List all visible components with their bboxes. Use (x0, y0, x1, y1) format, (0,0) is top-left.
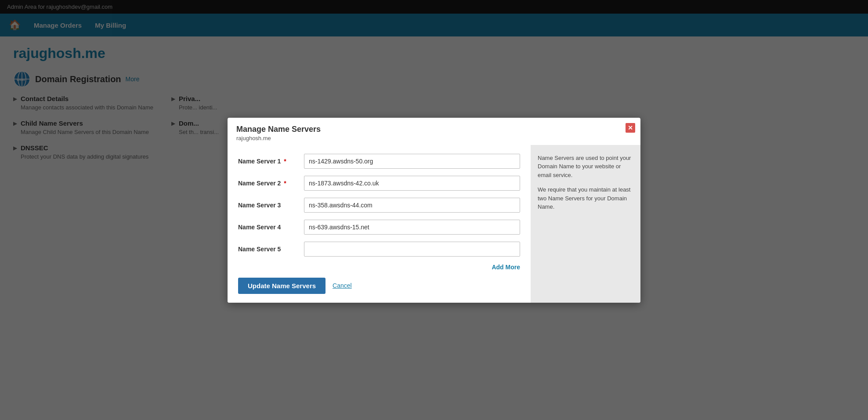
nameserver-1-label: Name Server 1 * (238, 158, 304, 165)
add-more-link-container: Add More (238, 264, 520, 271)
nameserver-5-input[interactable] (304, 242, 520, 257)
modal-overlay: Manage Name Servers rajughosh.me ✕ Name … (0, 0, 868, 420)
required-star: * (282, 180, 286, 187)
nameserver-4-row: Name Server 4 (238, 220, 520, 235)
modal-title: Manage Name Servers (236, 125, 632, 134)
modal-sidebar: Name Servers are used to point your Doma… (531, 145, 640, 303)
sidebar-text-2: We require that you maintain at least tw… (538, 185, 633, 211)
modal-body: Name Server 1 * Name Server 2 * Name Ser… (228, 145, 640, 303)
nameserver-2-input[interactable] (304, 176, 520, 191)
update-nameservers-button[interactable]: Update Name Servers (238, 278, 326, 294)
add-more-link[interactable]: Add More (492, 264, 520, 271)
nameserver-5-label: Name Server 5 (238, 246, 304, 253)
cancel-button[interactable]: Cancel (333, 282, 352, 289)
required-star: * (282, 158, 286, 165)
nameserver-2-label: Name Server 2 * (238, 180, 304, 187)
manage-nameservers-modal: Manage Name Servers rajughosh.me ✕ Name … (228, 118, 640, 303)
modal-close-button[interactable]: ✕ (626, 123, 635, 133)
nameserver-3-row: Name Server 3 (238, 198, 520, 213)
modal-header: Manage Name Servers rajughosh.me ✕ (228, 118, 640, 145)
nameserver-3-input[interactable] (304, 198, 520, 213)
nameserver-4-label: Name Server 4 (238, 224, 304, 231)
nameserver-2-row: Name Server 2 * (238, 176, 520, 191)
nameserver-3-label: Name Server 3 (238, 202, 304, 209)
nameserver-1-input[interactable] (304, 154, 520, 169)
nameserver-5-row: Name Server 5 (238, 242, 520, 257)
modal-footer: Update Name Servers Cancel (238, 278, 520, 294)
sidebar-text-1: Name Servers are used to point your Doma… (538, 154, 633, 180)
nameserver-1-row: Name Server 1 * (238, 154, 520, 169)
nameserver-4-input[interactable] (304, 220, 520, 235)
modal-main-content: Name Server 1 * Name Server 2 * Name Ser… (228, 145, 531, 303)
modal-subtitle: rajughosh.me (236, 135, 632, 141)
